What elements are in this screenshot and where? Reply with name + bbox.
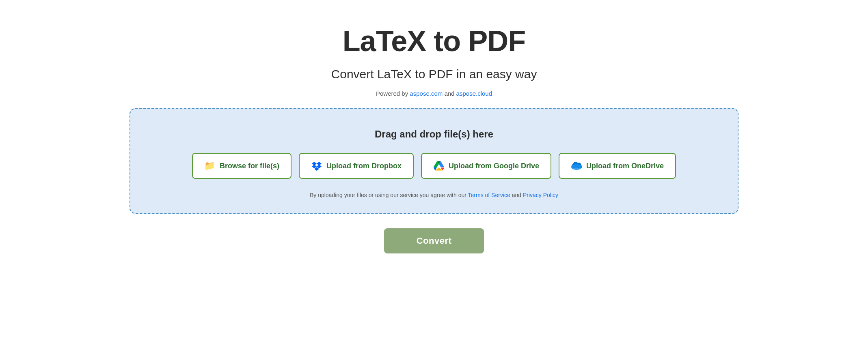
onedrive-button-label: Upload from OneDrive <box>586 162 664 170</box>
aspose-com-link[interactable]: aspose.com <box>410 90 443 97</box>
upload-buttons-container: 📁 Browse for file(s) Upload from Dropbox <box>147 153 721 179</box>
page-title: LaTeX to PDF <box>343 24 526 58</box>
google-drive-button-label: Upload from Google Drive <box>449 162 539 170</box>
google-drive-icon <box>433 160 445 172</box>
and-separator-1: and <box>444 90 456 97</box>
aspose-cloud-link[interactable]: aspose.cloud <box>456 90 492 97</box>
powered-by-text: Powered by aspose.com and aspose.cloud <box>376 90 492 97</box>
drop-zone[interactable]: Drag and drop file(s) here 📁 Browse for … <box>130 108 738 214</box>
page-subtitle: Convert LaTeX to PDF in an easy way <box>331 67 537 81</box>
google-drive-button[interactable]: Upload from Google Drive <box>421 153 551 179</box>
powered-by-label: Powered by <box>376 90 410 97</box>
browse-button-label: Browse for file(s) <box>220 162 279 170</box>
drop-zone-title: Drag and drop file(s) here <box>375 129 493 140</box>
browse-button[interactable]: 📁 Browse for file(s) <box>192 153 291 179</box>
dropbox-icon <box>311 160 322 172</box>
terms-of-service-link[interactable]: Terms of Service <box>468 192 510 198</box>
svg-point-0 <box>571 164 582 170</box>
and-separator-2: and <box>512 192 523 198</box>
terms-prefix: By uploading your files or using our ser… <box>310 192 468 198</box>
dropbox-button-label: Upload from Dropbox <box>326 162 402 170</box>
onedrive-icon <box>571 160 582 172</box>
onedrive-button[interactable]: Upload from OneDrive <box>559 153 676 179</box>
dropbox-button[interactable]: Upload from Dropbox <box>299 153 414 179</box>
folder-icon: 📁 <box>204 160 216 172</box>
convert-button[interactable]: Convert <box>384 228 484 253</box>
terms-text: By uploading your files or using our ser… <box>310 192 558 198</box>
privacy-policy-link[interactable]: Privacy Policy <box>523 192 558 198</box>
